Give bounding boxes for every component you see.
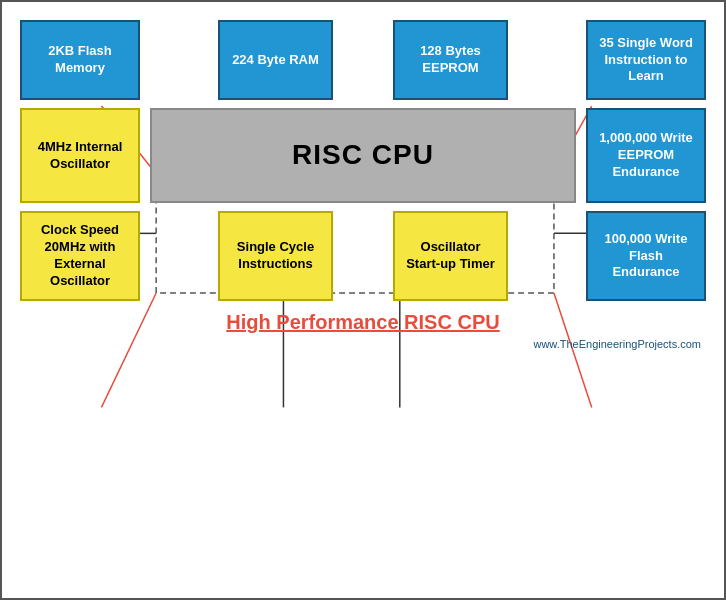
eeprom-label: 128 Bytes EEPROM xyxy=(403,43,498,77)
oscillator-label: 4MHz Internal Oscillator xyxy=(30,139,130,173)
flash-memory-box: 2KB Flash Memory xyxy=(20,20,140,100)
cpu-box: RISC CPU xyxy=(150,108,576,203)
eeprom-box: 128 Bytes EEPROM xyxy=(393,20,508,100)
single-cycle-label: Single Cycle Instructions xyxy=(228,239,323,273)
osc-startup-box: Oscillator Start-up Timer xyxy=(393,211,508,301)
ram-box: 224 Byte RAM xyxy=(218,20,333,100)
main-container: 2KB Flash Memory 224 Byte RAM 128 Bytes … xyxy=(2,2,724,598)
flash-endurance-label: 100,000 Write Flash Endurance xyxy=(596,231,696,282)
flash-memory-label: 2KB Flash Memory xyxy=(48,43,112,77)
footer-title: High Performance RISC CPU xyxy=(20,311,706,334)
ram-label: 224 Byte RAM xyxy=(232,52,319,69)
eeprom-endurance-label: 1,000,000 Write EEPROM Endurance xyxy=(596,130,696,181)
footer-area: High Performance RISC CPU www.TheEnginee… xyxy=(20,311,706,350)
oscillator-box: 4MHz Internal Oscillator xyxy=(20,108,140,203)
single-cycle-box: Single Cycle Instructions xyxy=(218,211,333,301)
diagram-area: 2KB Flash Memory 224 Byte RAM 128 Bytes … xyxy=(20,20,706,301)
cpu-label: RISC CPU xyxy=(292,137,434,173)
clock-label: Clock Speed 20MHz with External Oscillat… xyxy=(30,222,130,290)
footer-url: www.TheEngineeringProjects.com xyxy=(20,338,706,350)
flash-endurance-box: 100,000 Write Flash Endurance xyxy=(586,211,706,301)
instructions35-box: 35 Single Word Instruction to Learn xyxy=(586,20,706,100)
instructions35-label: 35 Single Word Instruction to Learn xyxy=(596,35,696,86)
osc-startup-label: Oscillator Start-up Timer xyxy=(403,239,498,273)
clock-box: Clock Speed 20MHz with External Oscillat… xyxy=(20,211,140,301)
eeprom-endurance-box: 1,000,000 Write EEPROM Endurance xyxy=(586,108,706,203)
